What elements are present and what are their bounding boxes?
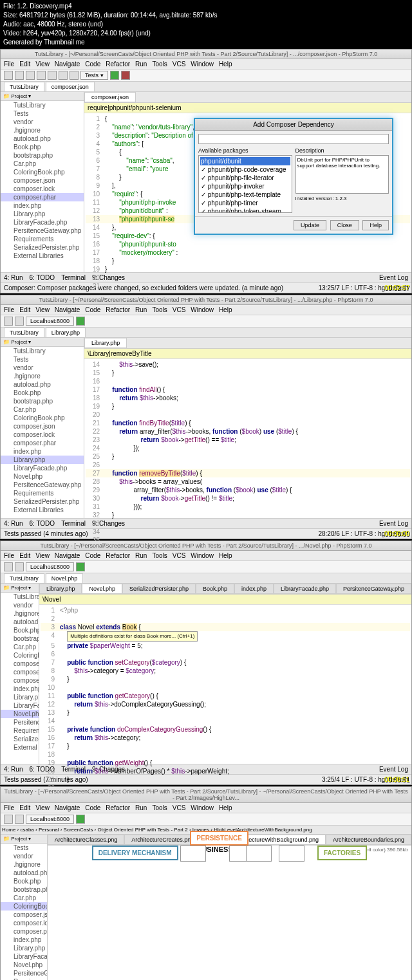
- package-item[interactable]: ✓ phpunit/php-file-iterator: [200, 174, 290, 182]
- tree-item[interactable]: .hgignore: [1, 609, 39, 618]
- project-tab[interactable]: 📁 Project ▾: [1, 92, 84, 101]
- package-item[interactable]: ✓ phpunit/php-token-stream: [200, 207, 290, 213]
- tree-item[interactable]: autoload.php: [1, 380, 84, 389]
- tree-item[interactable]: index.php: [1, 201, 84, 210]
- tree-item[interactable]: bootstrap.php: [1, 151, 84, 160]
- menu-run[interactable]: Run: [135, 60, 147, 68]
- tree-item[interactable]: vendor: [1, 364, 84, 372]
- tree-item[interactable]: Tests: [1, 844, 47, 852]
- tree-item[interactable]: Requirements: [1, 977, 47, 980]
- copy-icon[interactable]: [59, 71, 68, 80]
- tree-item[interactable]: SerializedPersister.php: [1, 497, 84, 506]
- open-icon[interactable]: [4, 71, 13, 80]
- tree-item[interactable]: Requirements: [1, 726, 39, 735]
- tree-item[interactable]: Library.php: [1, 456, 84, 464]
- tree-item[interactable]: composer.lock: [1, 668, 39, 676]
- tree-item[interactable]: composer.phar: [1, 439, 84, 447]
- package-item[interactable]: ✓ phpunit/php-text-template: [200, 190, 290, 199]
- menu-vcs[interactable]: VCS: [173, 60, 186, 68]
- package-item[interactable]: ✓ phpunit/php-invoker: [200, 182, 290, 190]
- tree-item[interactable]: bootstrap.php: [1, 634, 39, 643]
- tree-item[interactable]: LibraryFacade.php: [1, 218, 84, 227]
- tree-item[interactable]: autoload.php: [1, 618, 39, 626]
- tree-item[interactable]: Book.php: [1, 389, 84, 397]
- tree-item[interactable]: Novel.php: [1, 472, 84, 481]
- editor-tab[interactable]: PersitenceGateway.php: [336, 584, 411, 594]
- menu-edit[interactable]: Edit: [19, 60, 30, 68]
- open-icon[interactable]: [4, 317, 13, 326]
- tree-item[interactable]: ColoringBook.php: [1, 651, 39, 660]
- tree-item[interactable]: PersitenceGateway.php: [1, 227, 84, 235]
- tree-item[interactable]: Novel.php: [1, 710, 39, 718]
- save-icon[interactable]: [15, 317, 24, 326]
- tree-item[interactable]: Requirements: [1, 489, 84, 497]
- tree-item[interactable]: .hgignore: [1, 126, 84, 134]
- tree-item[interactable]: TutsLibrary: [1, 347, 84, 355]
- tree-item[interactable]: composer.json: [1, 660, 39, 668]
- package-item[interactable]: ✓ phpunit/php-code-coverage: [200, 165, 290, 174]
- editor-tab[interactable]: Book.php: [196, 584, 234, 594]
- tree-item[interactable]: Library.php: [1, 693, 39, 701]
- tree-item[interactable]: composer.lock: [1, 430, 84, 439]
- tree-item[interactable]: vendor: [1, 852, 47, 860]
- project-tree[interactable]: 📁 Project ▾ Testsvendor.hgignoreautoload…: [1, 835, 48, 980]
- redo-icon[interactable]: [37, 71, 46, 80]
- tree-item[interactable]: index.php: [1, 447, 84, 456]
- tree-item[interactable]: ColoringBook.php: [1, 414, 84, 422]
- tree-item[interactable]: Book.php: [1, 626, 39, 634]
- tree-item[interactable]: Tests: [1, 109, 84, 118]
- menu-navigate[interactable]: Navigate: [55, 60, 80, 68]
- tree-item[interactable]: Tests: [1, 355, 84, 364]
- menu-view[interactable]: View: [35, 60, 50, 68]
- tab-run[interactable]: 4: Run: [4, 274, 23, 281]
- tree-item[interactable]: bootstrap.php: [1, 885, 47, 894]
- package-search-input[interactable]: [198, 134, 389, 144]
- project-tree[interactable]: 📁 Project ▾ TutsLibraryTestsvendor.hgign…: [1, 92, 84, 272]
- tree-item[interactable]: Library.php: [1, 944, 47, 952]
- menu-help[interactable]: Help: [219, 60, 232, 68]
- tree-item[interactable]: External Libraries: [1, 506, 84, 514]
- tree-item[interactable]: LibraryFacade.php: [1, 464, 84, 472]
- editor-tab[interactable]: Novel.php: [82, 584, 122, 594]
- menu-window[interactable]: Window: [191, 60, 214, 68]
- editor-tab[interactable]: SerializedPersister.php: [122, 584, 196, 594]
- run-icon[interactable]: [76, 317, 85, 326]
- tree-item[interactable]: Car.php: [1, 160, 84, 168]
- tree-item[interactable]: .hgignore: [1, 860, 47, 869]
- tree-item[interactable]: PersitenceGateway.php: [1, 718, 39, 726]
- tree-item[interactable]: composer.json: [1, 911, 47, 919]
- tree-item[interactable]: Car.php: [1, 405, 84, 414]
- save-icon[interactable]: [15, 71, 24, 80]
- tree-item[interactable]: composer.lock: [1, 919, 47, 927]
- package-list[interactable]: phpunit/dbunit✓ phpunit/php-code-coverag…: [198, 155, 292, 213]
- help-button[interactable]: Help: [362, 220, 389, 230]
- tree-item[interactable]: SerializedPersister.php: [1, 243, 84, 252]
- menu-code[interactable]: Code: [85, 60, 100, 68]
- tree-item[interactable]: vendor: [1, 601, 39, 609]
- editor-tab[interactable]: composer.json: [84, 92, 136, 102]
- tree-item[interactable]: External Libraries: [1, 252, 84, 260]
- tab-file[interactable]: composer.json: [46, 82, 95, 91]
- tree-item[interactable]: Car.php: [1, 643, 39, 651]
- tree-item[interactable]: Requirements: [1, 235, 84, 243]
- tree-item[interactable]: composer.phar: [1, 927, 47, 936]
- code-editor[interactable]: 1<?php 2 3class Novel extends Book { 4 M…: [39, 605, 411, 810]
- tree-item[interactable]: composer.lock: [1, 185, 84, 193]
- tree-item[interactable]: bootstrap.php: [1, 397, 84, 405]
- update-button[interactable]: Update: [294, 220, 326, 230]
- tree-item[interactable]: composer.phar: [1, 676, 39, 685]
- tree-item[interactable]: composer.json: [1, 422, 84, 430]
- editor-tab[interactable]: LibraryFacade.php: [274, 584, 336, 594]
- tree-item[interactable]: PersitenceGateway.php: [1, 969, 47, 977]
- warning-tooltip[interactable]: Multiple definitions exist for class Boo…: [67, 631, 198, 642]
- tree-item[interactable]: autoload.php: [1, 869, 47, 877]
- editor-tab[interactable]: ArchitectureBoundaries.png: [326, 835, 411, 845]
- tree-item[interactable]: vendor: [1, 118, 84, 126]
- tab-todo[interactable]: 6: TODO: [29, 274, 55, 281]
- run-config[interactable]: Localhost:8000: [26, 317, 74, 326]
- editor-tab[interactable]: Library.php: [39, 584, 82, 594]
- tree-item[interactable]: PersitenceGateway.php: [1, 481, 84, 489]
- debug-icon[interactable]: [121, 71, 130, 80]
- tree-item[interactable]: .hgignore: [1, 372, 84, 380]
- tab-project[interactable]: TutsLibrary: [4, 82, 44, 91]
